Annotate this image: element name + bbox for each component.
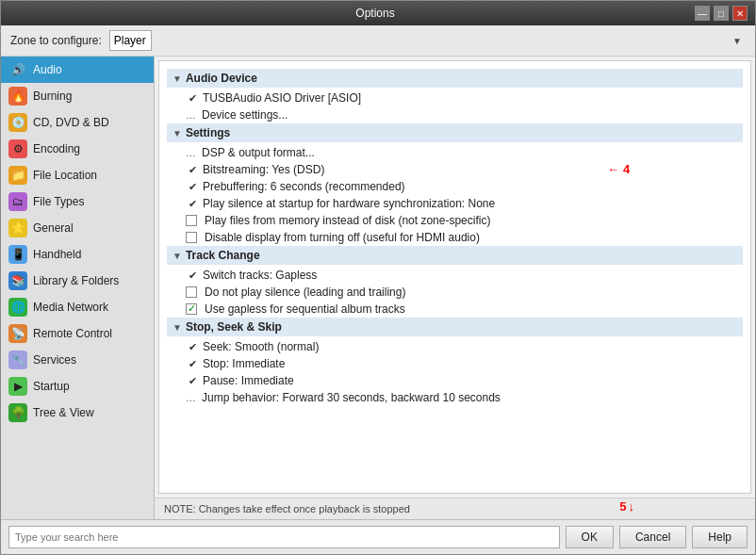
zone-select[interactable]: Player [109,30,152,51]
settings-item-text: Device settings... [202,108,288,122]
sidebar-label-libraryfolders: Library & Folders [33,274,119,287]
settings-item: Disable display from turning off (useful… [167,229,743,246]
settings-item-text: DSP & output format... [202,146,315,159]
sidebar-label-filetypes: File Types [33,195,84,208]
sidebar-label-burning: Burning [33,90,72,103]
burning-icon: 🔥 [8,87,27,106]
window-controls: — □ ✕ [695,6,748,21]
window-title: Options [56,7,695,20]
settings-item: ✔Bitstreaming: Yes (DSD) [167,161,743,178]
sidebar-item-cddvd[interactable]: 💿CD, DVD & BD [1,109,154,136]
sidebar-item-burning[interactable]: 🔥Burning [1,83,154,109]
settings-item-text: Jump behavior: Forward 30 seconds, backw… [202,391,501,404]
zone-select-wrapper: Player [109,30,746,51]
settings-item-text: Play silence at startup for hardware syn… [203,197,495,210]
handheld-icon: 📱 [8,245,27,264]
sidebar-item-treeview[interactable]: 🌳Tree & View [1,400,154,426]
settings-item-text: Seek: Smooth (normal) [203,340,319,353]
filelocation-icon: 📁 [8,166,27,185]
dots-prefix: … [186,147,196,158]
check-icon: ✔ [186,341,199,353]
settings-item: ✔TUSBAudio ASIO Driver [ASIO] [167,90,743,106]
search-input[interactable] [8,526,560,548]
sidebar-item-remotecontrol[interactable]: 📡Remote Control [1,320,154,347]
sidebar-label-cddvd: CD, DVD & BD [33,116,109,129]
checkbox-empty[interactable] [186,286,197,298]
settings-item: ✔Pause: Immediate [167,372,743,389]
settings-area: ▼Audio Device✔TUSBAudio ASIO Driver [ASI… [158,60,751,494]
zone-label: Zone to configure: [10,34,102,47]
settings-item: …Jump behavior: Forward 30 seconds, back… [167,389,743,406]
content-panel: ▼Audio Device✔TUSBAudio ASIO Driver [ASI… [155,57,755,519]
settings-item-text: Bitstreaming: Yes (DSD) [203,163,324,176]
zone-bar: Zone to configure: Player [1,25,755,57]
minimize-button[interactable]: — [695,6,710,21]
settings-item-text: Switch tracks: Gapless [203,269,317,282]
sidebar-label-treeview: Tree & View [33,406,94,419]
settings-item-text: Pause: Immediate [203,374,294,387]
sidebar-label-startup: Startup [33,380,70,393]
services-icon: 🔧 [8,351,27,369]
check-icon: ✔ [186,181,199,193]
settings-item-text: Stop: Immediate [203,357,285,370]
libraryfolders-icon: 📚 [8,271,27,290]
sidebar-item-libraryfolders[interactable]: 📚Library & Folders [1,268,154,294]
check-icon: ✔ [186,164,199,176]
main-content: 🔊Audio🔥Burning💿CD, DVD & BD⚙Encoding📁Fil… [1,57,755,519]
sidebar-label-medianetwork: Media Network [33,301,108,314]
checkbox-empty[interactable] [186,215,197,226]
section-header-audio-device[interactable]: ▼Audio Device [167,69,743,88]
settings-item-text: Disable display from turning off (useful… [205,231,480,244]
sidebar-item-filelocation[interactable]: 📁File Location [1,162,154,188]
sidebar-label-general: General [33,221,74,235]
maximize-button[interactable]: □ [714,6,729,21]
settings-item-text: Play files from memory instead of disk (… [205,214,490,227]
settings-item: Do not play silence (leading and trailin… [167,284,743,301]
sidebar-item-handheld[interactable]: 📱Handheld [1,241,154,268]
bottom-bar: 5↓ OK Cancel Help [1,519,755,554]
sidebar-label-audio: Audio [33,63,62,76]
options-window: Options — □ ✕ Zone to configure: Player … [0,0,756,555]
check-icon: ✔ [186,375,199,387]
sidebar-label-encoding: Encoding [33,142,80,155]
cancel-button[interactable]: Cancel [619,526,686,548]
close-button[interactable]: ✕ [732,6,748,21]
note-bar: NOTE: Changes take effect once playback … [155,498,755,519]
title-bar: Options — □ ✕ [1,1,755,25]
check-icon: ✔ [186,269,199,282]
sidebar-item-encoding[interactable]: ⚙Encoding [1,136,154,162]
startup-icon: ▶ [8,377,27,396]
dots-prefix: … [186,109,196,121]
general-icon: ⭐ [8,219,27,237]
sidebar: 🔊Audio🔥Burning💿CD, DVD & BD⚙Encoding📁Fil… [1,57,155,519]
settings-item: …DSP & output format... [167,144,743,161]
note-text: NOTE: Changes take effect once playback … [164,503,410,514]
checkbox-empty[interactable] [186,232,197,243]
settings-item: ✔Switch tracks: Gapless [167,267,743,284]
section-header-settings[interactable]: ▼Settings [167,123,743,142]
encoding-icon: ⚙ [8,139,27,158]
settings-item: …Device settings... [167,106,743,123]
checkbox-checked[interactable] [186,303,197,315]
sidebar-item-medianetwork[interactable]: 🌐Media Network [1,294,154,320]
sidebar-item-startup[interactable]: ▶Startup [1,373,154,400]
check-icon: ✔ [186,92,199,105]
settings-item: ✔Play silence at startup for hardware sy… [167,195,743,212]
settings-item-text: Do not play silence (leading and trailin… [205,286,405,299]
dots-prefix: … [186,392,196,403]
ok-button[interactable]: OK [566,526,614,548]
treeview-icon: 🌳 [8,403,27,422]
sidebar-item-audio[interactable]: 🔊Audio [1,57,154,83]
sidebar-item-general[interactable]: ⭐General [1,215,154,241]
help-button[interactable]: Help [692,526,748,548]
sidebar-item-services[interactable]: 🔧Services [1,347,154,373]
sidebar-label-remotecontrol: Remote Control [33,327,112,340]
section-header-stop-seek-skip[interactable]: ▼Stop, Seek & Skip [167,318,743,336]
cddvd-icon: 💿 [8,113,27,132]
settings-item: ✔Prebuffering: 6 seconds (recommended) [167,178,743,195]
sidebar-label-services: Services [33,353,76,367]
remotecontrol-icon: 📡 [8,324,27,343]
section-header-track-change[interactable]: ▼Track Change [167,246,743,265]
sidebar-item-filetypes[interactable]: 🗂File Types [1,188,154,215]
settings-item: Use gapless for sequential album tracks [167,301,743,318]
